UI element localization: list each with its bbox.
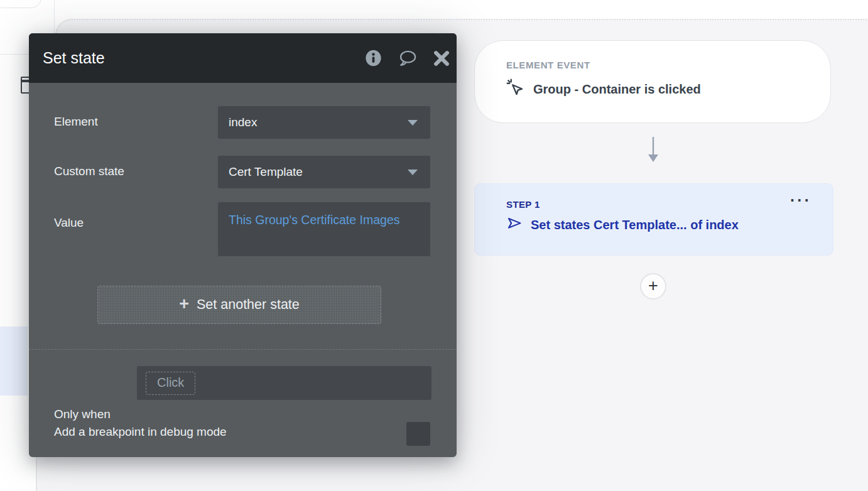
step-menu-ellipsis[interactable]: ··· <box>790 192 811 210</box>
set-another-state-label: Set another state <box>197 297 300 313</box>
close-icon[interactable] <box>433 50 450 67</box>
canvas-edge-below-modal <box>36 457 57 491</box>
value-expression-field[interactable]: This Group's Certificate Images <box>218 202 430 256</box>
element-event-card[interactable]: ELEMENT EVENT Group - Container is click… <box>474 40 831 123</box>
add-step-button[interactable]: + <box>640 273 666 299</box>
value-label: Value <box>54 216 84 230</box>
only-when-input[interactable]: Click <box>137 366 431 400</box>
cursor-click-icon <box>506 78 525 100</box>
info-icon[interactable] <box>365 50 382 67</box>
comment-icon[interactable] <box>398 50 417 67</box>
dialog-title: Set state <box>43 33 105 83</box>
arrow-down-icon <box>646 136 661 167</box>
element-dropdown[interactable]: index <box>218 106 430 139</box>
dialog-header: Set state <box>29 33 457 83</box>
step-kicker: STEP 1 <box>506 199 833 210</box>
event-kicker: ELEMENT EVENT <box>506 60 830 70</box>
set-another-state-button[interactable]: + Set another state <box>97 286 381 324</box>
element-dropdown-value: index <box>218 106 430 139</box>
step-title: Set states Cert Template... of index <box>531 218 739 232</box>
custom-state-dropdown-value: Cert Template <box>218 156 430 188</box>
caret-down-icon <box>408 170 418 175</box>
custom-state-dropdown[interactable]: Cert Template <box>218 156 430 188</box>
breakpoint-label: Add a breakpoint in debug mode <box>54 425 227 439</box>
dialog-divider <box>29 349 457 350</box>
set-state-dialog: Set state <box>29 33 457 457</box>
event-title: Group - Container is clicked <box>533 82 701 97</box>
left-panel-selection-highlight <box>0 326 28 396</box>
click-placeholder-chip[interactable]: Click <box>146 372 195 395</box>
step-1-card[interactable]: STEP 1 ··· Set states Cert Template... o… <box>474 183 833 256</box>
custom-state-label: Custom state <box>54 165 124 178</box>
value-expression-text: This Group's Certificate Images <box>218 202 430 230</box>
cursor-pointer-icon <box>506 215 523 235</box>
only-when-label: Only when <box>54 407 111 421</box>
caret-down-icon <box>408 120 418 126</box>
breakpoint-checkbox[interactable] <box>406 422 430 446</box>
plus-icon: + <box>179 294 189 314</box>
element-label: Element <box>54 115 98 129</box>
background-panel-corner <box>0 0 41 8</box>
